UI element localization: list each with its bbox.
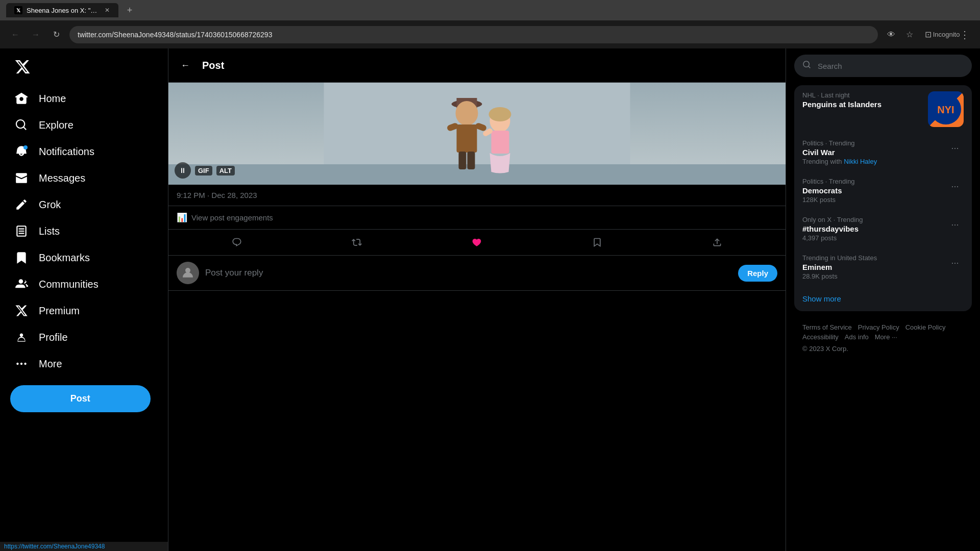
pause-icon: ⏸ xyxy=(179,166,186,174)
trend-more-eminem[interactable]: ··· xyxy=(946,254,964,271)
sidebar-item-home[interactable]: Home xyxy=(6,85,162,112)
sidebar-item-lists[interactable]: Lists xyxy=(6,218,162,244)
home-label: Home xyxy=(39,93,66,105)
trend-item-civil-war[interactable]: Politics · Trending Civil War Trending w… xyxy=(794,133,972,171)
footer-links: Terms of Service Privacy Policy Cookie P… xyxy=(794,319,972,345)
gif-image xyxy=(168,83,786,185)
view-engagements-link[interactable]: 📊 View post engagements xyxy=(168,206,786,230)
reply-submit-button[interactable]: Reply xyxy=(738,265,777,282)
gif-container[interactable]: ⏸ GIF ALT xyxy=(168,83,786,185)
star-icon[interactable]: ☆ xyxy=(902,28,917,42)
nav-actions: 👁 ☆ ⊡ Incognito ⋮ xyxy=(884,28,972,42)
svg-rect-5 xyxy=(457,124,477,153)
sidebar-item-communities[interactable]: Communities xyxy=(6,271,162,297)
sidebar-item-grok[interactable]: Grok xyxy=(6,191,162,218)
trend-more-thursdayvibes[interactable]: ··· xyxy=(946,216,964,233)
trend-item-eminem[interactable]: Trending in United States Eminem 28.9K p… xyxy=(794,248,972,286)
footer-terms-link[interactable]: Terms of Service xyxy=(802,323,852,331)
communities-icon xyxy=(14,277,29,291)
trend-title-nhl: Penguins at Islanders xyxy=(802,100,928,109)
sidebar-item-notifications[interactable]: Notifications xyxy=(6,138,162,165)
right-sidebar: NHL · Last night Penguins at Islanders N… xyxy=(786,48,980,551)
show-more-trends-link[interactable]: Show more xyxy=(794,286,972,311)
share-icon xyxy=(712,237,722,247)
incognito-label: Incognito xyxy=(939,28,953,42)
trend-item-democrats[interactable]: Politics · Trending Democrats 128K posts… xyxy=(794,171,972,210)
trend-title-civil-war: Civil War xyxy=(802,148,946,157)
address-bar[interactable]: twitter.com/SheenaJone49348/status/17403… xyxy=(69,26,878,43)
new-tab-button[interactable]: + xyxy=(122,3,137,17)
back-button[interactable]: ← xyxy=(177,57,194,74)
sidebar-item-more[interactable]: More xyxy=(6,350,162,377)
post-button[interactable]: Post xyxy=(10,385,151,412)
explore-icon xyxy=(14,118,29,132)
bookmarks-label: Bookmarks xyxy=(39,252,90,264)
sidebar-item-profile[interactable]: Profile xyxy=(6,324,162,350)
eye-slash-icon: 👁 xyxy=(884,28,898,42)
bookmark-icon xyxy=(592,237,602,247)
share-action-button[interactable] xyxy=(706,232,728,253)
trend-more-democrats[interactable]: ··· xyxy=(946,178,964,195)
footer-ads-link[interactable]: Ads info xyxy=(845,333,869,341)
engagements-label: View post engagements xyxy=(191,213,273,222)
grok-icon xyxy=(14,197,29,212)
trend-meta-nhl: NHL · Last night xyxy=(802,91,928,99)
search-icon xyxy=(802,60,812,72)
x-logo-icon xyxy=(14,59,31,75)
footer-more-link[interactable]: More ··· xyxy=(875,333,897,341)
trend-count-eminem: 28.9K posts xyxy=(802,272,946,280)
search-input[interactable] xyxy=(818,62,964,70)
svg-point-11 xyxy=(489,107,511,121)
notification-dot xyxy=(23,145,28,149)
post-title: Post xyxy=(202,60,224,71)
alt-badge[interactable]: ALT xyxy=(216,166,235,176)
browser-nav: ← → ↻ twitter.com/SheenaJone49348/status… xyxy=(0,20,980,48)
post-header: ← Post xyxy=(168,48,786,83)
gif-pause-button[interactable]: ⏸ xyxy=(175,162,191,179)
like-action-button[interactable] xyxy=(466,232,487,253)
post-meta: 9:12 PM · Dec 28, 2023 xyxy=(168,185,786,206)
active-tab[interactable]: 𝕏 Sheena Jones on X: "First Post" ✕ xyxy=(6,3,118,17)
trend-content-thursdayvibes: Only on X · Trending #thursdayvibes 4,39… xyxy=(802,216,946,242)
footer-privacy-link[interactable]: Privacy Policy xyxy=(858,323,899,331)
reload-button[interactable]: ↻ xyxy=(49,28,63,42)
heart-icon xyxy=(472,237,482,247)
tab-close-button[interactable]: ✕ xyxy=(104,6,110,14)
trend-item-nhl[interactable]: NHL · Last night Penguins at Islanders N… xyxy=(794,85,972,133)
svg-point-14 xyxy=(185,268,190,273)
sidebar-item-explore[interactable]: Explore xyxy=(6,112,162,138)
url-display: twitter.com/SheenaJone49348/status/17403… xyxy=(78,31,272,39)
trend-title-thursdayvibes: #thursdayvibes xyxy=(802,224,946,233)
nikki-haley-link[interactable]: Nikki Haley xyxy=(844,158,877,165)
sidebar-item-premium[interactable]: Premium xyxy=(6,297,162,324)
retweet-action-button[interactable] xyxy=(346,232,368,253)
trend-item-thursdayvibes[interactable]: Only on X · Trending #thursdayvibes 4,39… xyxy=(794,210,972,248)
reply-input-placeholder[interactable]: Post your reply xyxy=(205,268,732,278)
trends-card: NHL · Last night Penguins at Islanders N… xyxy=(794,85,972,311)
forward-nav-button[interactable]: → xyxy=(29,28,43,42)
status-bar: https://twitter.com/SheenaJone49348 xyxy=(0,542,168,551)
reply-action-button[interactable] xyxy=(226,232,248,253)
gif-badge: GIF xyxy=(195,166,212,176)
footer-accessibility-link[interactable]: Accessibility xyxy=(802,333,839,341)
footer-cookie-link[interactable]: Cookie Policy xyxy=(905,323,946,331)
svg-rect-9 xyxy=(468,152,475,169)
browser-chrome: 𝕏 Sheena Jones on X: "First Post" ✕ + ← … xyxy=(0,0,980,48)
more-label: More xyxy=(39,358,62,370)
notifications-label: Notifications xyxy=(39,146,94,158)
sidebar-item-messages[interactable]: Messages xyxy=(6,165,162,191)
bookmark-action-button[interactable] xyxy=(586,232,608,253)
x-logo[interactable] xyxy=(6,53,162,83)
grok-label: Grok xyxy=(39,199,61,211)
svg-rect-12 xyxy=(492,131,509,154)
action-bar xyxy=(168,230,786,256)
sidebar: Home Explore Notifications Messages xyxy=(0,48,168,551)
sidebar-item-bookmarks[interactable]: Bookmarks xyxy=(6,244,162,271)
nhl-team-image: NYI xyxy=(928,91,964,127)
tab-title: Sheena Jones on X: "First Post" xyxy=(27,7,100,14)
trend-more-civil-war[interactable]: ··· xyxy=(946,139,964,157)
tab-favicon: 𝕏 xyxy=(14,6,22,14)
back-nav-button[interactable]: ← xyxy=(8,28,22,42)
menu-button[interactable]: ⋮ xyxy=(958,28,972,42)
search-box[interactable] xyxy=(794,55,972,77)
